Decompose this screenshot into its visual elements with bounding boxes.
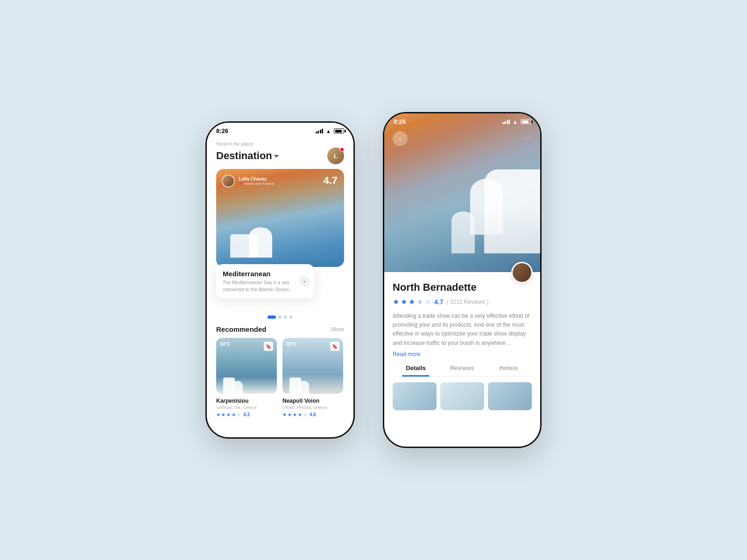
status-bar-1: 8:26 ▲: [207, 123, 353, 137]
bookmark-icon: 🔖: [266, 344, 271, 349]
signal-icon: [316, 129, 324, 133]
card-avatar: [222, 175, 235, 188]
recommended-cards: 34°C 🔖 Karpenisiou Safosad, Oia, Greece …: [207, 338, 353, 417]
card-user-loc: 📍 Wallis and Futuna: [239, 182, 274, 186]
tab-reviews[interactable]: Reviews: [439, 364, 485, 376]
building-decoration: [230, 220, 324, 258]
phone2-content: North Bernadette ★ ★ ★ ★ ★ 4.7 ( 3212 Re…: [384, 272, 540, 417]
rating-row: ★ ★ ★ ★ ★ 4.7 ( 3212 Reviews ): [393, 297, 532, 306]
photo-thumb-1[interactable]: [393, 382, 437, 410]
rec-temp-2: 38°C: [286, 342, 296, 347]
card-user-name: Lelia Chavez: [239, 176, 274, 182]
star-1-1: ★: [216, 412, 220, 417]
battery-icon-2: [521, 119, 531, 124]
signal-icon-2: [502, 119, 510, 124]
wall-2: [470, 179, 503, 235]
photo-thumb-2[interactable]: [440, 382, 484, 410]
p2-star-1: ★: [393, 297, 399, 306]
app-header: Search for place Destination L: [207, 137, 353, 169]
dot-3[interactable]: [284, 315, 287, 319]
star-2-3: ★: [293, 412, 297, 417]
star-1-4: ★: [232, 412, 236, 417]
rec-name-1: Karpenisiou: [216, 398, 277, 404]
card-user-info: Lelia Chavez 📍 Wallis and Futuna: [222, 175, 274, 188]
back-button[interactable]: ‹: [393, 131, 408, 146]
read-more-link[interactable]: Read more: [393, 351, 420, 357]
popup-arrow[interactable]: ›: [299, 276, 310, 287]
star-1-3: ★: [226, 412, 231, 417]
status-bar-2: 8:26 ▲: [384, 113, 540, 128]
star-1-5: ★: [237, 412, 241, 417]
rec-building-1: [216, 371, 277, 394]
bookmark-icon-2: 🔖: [332, 344, 338, 349]
p2-rating: 4.7: [434, 298, 443, 306]
user-avatar-wrap[interactable]: L: [327, 147, 344, 164]
p2-dot-1[interactable]: [455, 437, 458, 440]
notification-dot: [340, 147, 344, 152]
rec-stars-1: ★ ★ ★ ★ ★ 4.3: [216, 412, 277, 417]
star-2-4: ★: [298, 412, 302, 417]
p2-star-2: ★: [401, 297, 407, 306]
rec-rating-1: 4.3: [243, 412, 250, 417]
p2-star-5: ★: [424, 297, 431, 306]
rec-card-1[interactable]: 34°C 🔖 Karpenisiou Safosad, Oia, Greece …: [216, 338, 277, 417]
phone2-nav: ‹ ···: [384, 131, 540, 146]
wall-3: [451, 211, 475, 253]
phone-1: 8:26 ▲ Search for place Destination L: [205, 121, 355, 439]
popup-title: Mediterranean: [223, 270, 297, 278]
time-display-2: 8:26: [394, 118, 406, 125]
star-2-1: ★: [282, 412, 287, 417]
rec-name-2: Neapoli Voion: [282, 398, 343, 404]
phone-2: 8:26 ▲ ‹ ···: [383, 112, 542, 448]
wifi-icon: ▲: [326, 128, 331, 134]
rec-rating-2: 4.6: [310, 412, 316, 417]
place-name: North Bernadette: [393, 281, 532, 294]
dot-4[interactable]: [289, 315, 293, 319]
status-icons-2: ▲: [502, 119, 531, 125]
photo-thumbnails: [393, 382, 532, 410]
recommended-title: Recommended: [216, 325, 267, 333]
tab-details[interactable]: Details: [393, 364, 439, 376]
search-label: Search for place: [216, 141, 344, 147]
rec-building-2: [282, 371, 343, 394]
hero-dots: [207, 315, 353, 319]
star-2-5: ★: [303, 412, 307, 417]
dot-1[interactable]: [268, 315, 276, 319]
time-display-1: 8:26: [216, 127, 228, 134]
photo-thumb-3[interactable]: [488, 382, 532, 410]
rec-bookmark-1[interactable]: 🔖: [264, 342, 273, 351]
more-options-button[interactable]: ···: [523, 134, 532, 143]
popup-desc: The Mediterranean Sea is a sea connected…: [223, 280, 297, 293]
dot-2[interactable]: [278, 315, 282, 319]
p2-dot-3[interactable]: [466, 437, 470, 440]
card-user-text: Lelia Chavez 📍 Wallis and Futuna: [239, 176, 274, 186]
tab-hotels[interactable]: Hotels: [486, 364, 532, 376]
hero-card[interactable]: Lelia Chavez 📍 Wallis and Futuna 4.7: [216, 169, 344, 267]
rec-loc-1: Safosad, Oia, Greece: [216, 405, 277, 410]
header-row: Destination L: [216, 147, 344, 164]
place-description: Attending a trade show can be a very eff…: [393, 312, 532, 348]
rec-bookmark-2[interactable]: 🔖: [330, 342, 339, 351]
rec-card-img-2: 38°C 🔖: [282, 338, 343, 394]
info-popup[interactable]: Mediterranean The Mediterranean Sea is a…: [216, 264, 314, 299]
detail-tabs: Details Reviews Hotels: [393, 364, 532, 377]
rec-temp-1: 34°C: [220, 342, 230, 347]
rec-card-2[interactable]: 38°C 🔖 Neapoli Voion Ofsasf, Perissa, Gr…: [282, 338, 343, 417]
destination-title[interactable]: Destination: [216, 150, 279, 162]
status-icons-1: ▲: [316, 128, 344, 134]
star-1-2: ★: [221, 412, 226, 417]
p2-reviews: ( 3212 Reviews ): [446, 299, 488, 305]
p2-star-3: ★: [409, 297, 415, 306]
battery-icon: [334, 128, 344, 133]
card-rating: 4.7: [323, 175, 338, 187]
p2-star-4: ★: [416, 297, 423, 306]
wifi-icon-2: ▲: [513, 119, 518, 125]
p2-dot-2[interactable]: [461, 437, 464, 440]
chevron-down-icon: [274, 155, 279, 158]
carousel-dots: [455, 437, 470, 440]
rec-card-img-1: 34°C 🔖: [216, 338, 277, 394]
hero-card-container: Lelia Chavez 📍 Wallis and Futuna 4.7 Med…: [216, 169, 344, 290]
rec-loc-2: Ofsasf, Perissa, Greece: [282, 405, 343, 410]
more-button[interactable]: More: [331, 326, 344, 333]
place-avatar: [511, 262, 533, 283]
